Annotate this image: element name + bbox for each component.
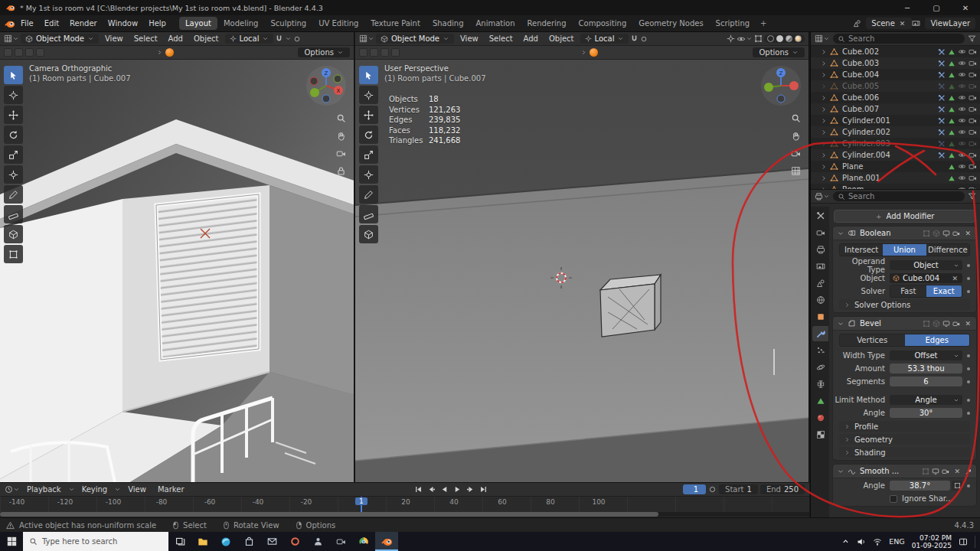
add-modifier-button[interactable]: ＋Add Modifier <box>834 210 975 223</box>
scene-selector[interactable]: Scene ✕ <box>866 18 912 29</box>
hide-viewport-icon[interactable] <box>958 151 966 159</box>
tool-3d-cursor[interactable] <box>359 86 378 104</box>
collapse-icon[interactable] <box>837 468 844 475</box>
navigation-gizmo[interactable]: Z X <box>305 64 348 107</box>
tray-expand-icon[interactable] <box>841 537 850 546</box>
workspace-tab-scripting[interactable]: Scripting <box>710 17 756 30</box>
tool-annotate[interactable] <box>4 185 23 204</box>
proportional-edit-icon[interactable] <box>293 35 301 43</box>
workspace-tab-layout[interactable]: Layout <box>179 17 217 30</box>
editor-type-icon[interactable] <box>815 192 830 201</box>
tool-move[interactable] <box>359 106 378 124</box>
tool-expand-icon[interactable] <box>156 49 163 56</box>
editor-type-icon[interactable] <box>815 34 830 43</box>
tab-physics[interactable] <box>812 360 828 375</box>
current-frame-field[interactable]: 1 <box>683 484 706 494</box>
tab-tool[interactable] <box>812 208 828 223</box>
ignore-sharpness-checkbox[interactable] <box>890 495 897 503</box>
operation-union[interactable]: Union <box>883 244 926 256</box>
outliner-row[interactable]: Room <box>811 184 980 189</box>
render-toggle-icon[interactable] <box>952 320 960 328</box>
mode-dropdown[interactable]: Object Mode <box>21 34 99 44</box>
disable-render-icon[interactable] <box>969 174 977 182</box>
store-icon[interactable] <box>237 532 260 551</box>
tool-expand-icon[interactable] <box>580 49 587 56</box>
disable-render-icon[interactable] <box>969 139 977 148</box>
solver-exact[interactable]: Exact <box>926 285 962 297</box>
menu-edit[interactable]: Edit <box>39 18 64 29</box>
jump-to-end-button[interactable] <box>479 484 488 494</box>
transform-orientation-dropdown[interactable]: Local <box>580 34 629 44</box>
tab-particles[interactable] <box>812 343 828 358</box>
network-icon[interactable] <box>873 537 882 546</box>
tab-texture[interactable] <box>812 427 828 442</box>
operation-difference[interactable]: Difference <box>926 244 969 256</box>
menu-marker[interactable]: Marker <box>153 484 189 494</box>
scene-browse-icon[interactable] <box>853 19 861 28</box>
tool-scale[interactable] <box>359 145 378 164</box>
menu-view[interactable]: View <box>456 34 483 44</box>
remove-modifier-icon[interactable]: ✕ <box>952 468 962 475</box>
tab-render[interactable] <box>812 225 828 240</box>
outliner-row[interactable]: Cylinder.003 <box>811 138 980 149</box>
tool-transform[interactable] <box>4 165 23 184</box>
zoom-icon[interactable] <box>791 113 801 123</box>
tool-rotate[interactable] <box>4 126 23 144</box>
menu-select[interactable]: Select <box>485 34 518 44</box>
properties-search-input[interactable]: Search <box>833 191 965 201</box>
outliner-row[interactable]: Cube.002 <box>811 46 980 57</box>
tool-move[interactable] <box>4 106 23 124</box>
options-button[interactable]: Options <box>298 47 350 57</box>
modifier-name[interactable]: Boolean <box>860 229 891 237</box>
tool-setting-icon[interactable] <box>4 48 12 57</box>
segments-slider[interactable]: 6 <box>890 377 962 386</box>
disable-render-icon[interactable] <box>969 82 977 90</box>
tab-constraints[interactable] <box>812 377 828 392</box>
people-icon[interactable] <box>306 532 329 551</box>
menu-add[interactable]: Add <box>519 34 543 44</box>
next-keyframe-button[interactable] <box>466 484 475 494</box>
remove-modifier-icon[interactable]: ✕ <box>963 230 972 237</box>
affect-vertices[interactable]: Vertices <box>840 334 905 346</box>
hide-viewport-icon[interactable] <box>958 174 966 182</box>
cage-toggle-icon[interactable] <box>933 320 940 328</box>
active-tool-icon[interactable] <box>590 48 598 57</box>
grid-toggle-icon[interactable] <box>791 166 801 176</box>
zoom-icon[interactable] <box>336 113 346 123</box>
outliner-row[interactable]: Cube.004 <box>811 69 980 80</box>
edit-mode-toggle-icon[interactable] <box>923 320 930 328</box>
remove-modifier-icon[interactable]: ✕ <box>963 320 972 328</box>
workspace-tab-shading[interactable]: Shading <box>426 17 470 30</box>
notification-center-icon[interactable] <box>959 537 968 546</box>
disable-render-icon[interactable] <box>969 93 977 102</box>
modifier-name[interactable]: Bevel <box>860 319 881 328</box>
expand-icon[interactable] <box>820 48 828 56</box>
edit-mode-toggle-icon[interactable] <box>923 230 930 237</box>
minimize-button[interactable]: ─ <box>893 0 922 15</box>
menu-add[interactable]: Add <box>164 34 188 44</box>
options-button[interactable]: Options <box>753 47 805 57</box>
blender-menu-icon[interactable] <box>5 18 15 29</box>
render-toggle-icon[interactable] <box>942 468 949 475</box>
tool-measure[interactable] <box>4 205 23 223</box>
expand-icon[interactable] <box>820 117 828 125</box>
workspace-tab-rendering[interactable]: Rendering <box>521 17 572 30</box>
tool-add-cube[interactable] <box>4 225 23 243</box>
show-gizmo-icon[interactable] <box>727 34 735 43</box>
start-button[interactable] <box>0 532 23 551</box>
timeline-ruler[interactable]: -140 -120 -100 -80 -60 -40 -20 20 40 60 … <box>0 497 809 513</box>
outliner-search-input[interactable]: Search <box>833 34 965 44</box>
tab-output[interactable] <box>812 242 828 257</box>
tool-setting-icon[interactable] <box>36 48 44 57</box>
affect-edges[interactable]: Edges <box>905 334 970 346</box>
xray-toggle-icon[interactable] <box>754 34 763 43</box>
chrome-icon[interactable] <box>352 532 375 551</box>
workspace-tab-geometry-nodes[interactable]: Geometry Nodes <box>632 17 709 30</box>
tool-add-primitive[interactable] <box>4 245 23 263</box>
menu-object[interactable]: Object <box>189 34 224 44</box>
realtime-toggle-icon[interactable] <box>932 468 939 475</box>
object-pointer-field[interactable]: Cube.004✕ <box>890 273 962 283</box>
tool-add-cube[interactable] <box>359 225 378 243</box>
navigation-gizmo[interactable]: Z <box>760 64 802 107</box>
tool-transform[interactable] <box>359 165 378 184</box>
